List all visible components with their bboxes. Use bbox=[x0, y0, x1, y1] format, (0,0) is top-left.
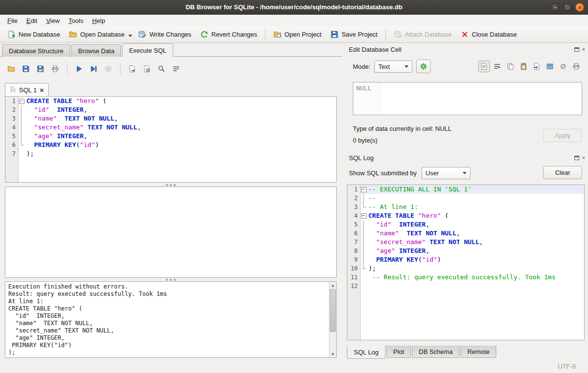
fold-margin bbox=[18, 105, 25, 114]
cell-size-text: 0 byte(s) bbox=[353, 137, 378, 144]
code-line: 10); bbox=[347, 264, 584, 273]
menu-help[interactable]: Help bbox=[88, 16, 110, 25]
splitter-handle[interactable] bbox=[5, 278, 337, 281]
open-project-button[interactable]: Open Project bbox=[269, 28, 326, 41]
word-wrap-icon[interactable] bbox=[491, 61, 503, 72]
sql-tab[interactable]: SQL 1 × bbox=[5, 83, 49, 97]
fold-margin bbox=[360, 238, 367, 247]
new-database-button[interactable]: New Database bbox=[3, 28, 64, 41]
float-panel-icon[interactable] bbox=[574, 156, 579, 160]
save-as-view-button[interactable] bbox=[141, 62, 153, 75]
open-database-dropdown-icon[interactable] bbox=[127, 31, 134, 38]
code-text: "name" TEXT NOT NULL, bbox=[367, 229, 460, 238]
open-sql-file-button[interactable] bbox=[5, 62, 18, 75]
save-project-button[interactable]: Save Project bbox=[326, 28, 382, 41]
paste-icon[interactable] bbox=[518, 61, 529, 72]
results-grid[interactable] bbox=[5, 186, 337, 278]
code-line: 2 "id" INTEGER, bbox=[5, 105, 336, 114]
set-null-icon[interactable] bbox=[557, 61, 569, 72]
fold-marker-icon[interactable] bbox=[360, 185, 367, 194]
tab-remote[interactable]: Remote bbox=[461, 346, 497, 358]
copy-icon[interactable] bbox=[505, 61, 516, 72]
fold-margin bbox=[18, 123, 25, 132]
close-database-label: Close Database bbox=[472, 31, 517, 38]
line-number: 2 bbox=[347, 194, 360, 203]
close-panel-icon[interactable]: × bbox=[582, 155, 585, 160]
output-line: At line 1: bbox=[8, 298, 333, 305]
code-line: 1CREATE TABLE "hero" ( bbox=[5, 97, 336, 105]
close-panel-icon[interactable]: × bbox=[582, 47, 585, 52]
execute-current-line-button[interactable] bbox=[87, 62, 100, 75]
code-text: "id" INTEGER, bbox=[367, 220, 429, 229]
sql-editor[interactable]: 1CREATE TABLE "hero" (2 "id" INTEGER,3 "… bbox=[5, 96, 337, 183]
text-edit-icon[interactable] bbox=[478, 61, 490, 72]
line-number: 6 bbox=[347, 229, 360, 238]
print-icon[interactable] bbox=[570, 61, 582, 72]
write-changes-button[interactable]: Write Changes bbox=[134, 28, 196, 41]
splitter-handle[interactable] bbox=[5, 183, 337, 186]
menu-view[interactable]: View bbox=[41, 16, 64, 25]
mode-select[interactable]: Text bbox=[374, 61, 412, 73]
scroll-down-icon[interactable]: ▼ bbox=[329, 351, 336, 357]
import-icon[interactable] bbox=[531, 61, 543, 72]
fold-margin bbox=[360, 247, 367, 255]
fold-marker-icon[interactable] bbox=[18, 97, 25, 105]
tab-browse-data[interactable]: Browse Data bbox=[71, 44, 121, 57]
maximize-icon[interactable]: □ bbox=[563, 3, 572, 12]
revert-changes-icon bbox=[200, 30, 208, 39]
close-database-button[interactable]: Close Database bbox=[456, 28, 522, 41]
word-wrap-button[interactable] bbox=[170, 62, 182, 75]
output-line: ); bbox=[8, 349, 333, 356]
scroll-thumb[interactable] bbox=[330, 289, 336, 332]
find-replace-button[interactable] bbox=[155, 62, 168, 75]
fold-margin bbox=[360, 273, 367, 282]
fold-marker-icon[interactable] bbox=[360, 211, 367, 220]
execution-output[interactable]: Execution finished without errors.Result… bbox=[5, 281, 337, 358]
menu-edit[interactable]: Edit bbox=[22, 16, 41, 25]
fold-margin bbox=[360, 220, 367, 229]
mode-label: Mode: bbox=[353, 63, 370, 70]
sql-log-view[interactable]: 1-- EXECUTING ALL IN 'SQL 1'2--3-- At li… bbox=[347, 185, 585, 340]
tab-database-structure[interactable]: Database Structure bbox=[2, 44, 70, 57]
line-number: 12 bbox=[347, 282, 360, 290]
code-line: 2-- bbox=[347, 194, 584, 203]
tab-execute-sql[interactable]: Execute SQL bbox=[122, 43, 173, 57]
menu-tools[interactable]: Tools bbox=[64, 16, 87, 25]
stop-execution-button bbox=[102, 62, 115, 75]
line-number: 8 bbox=[347, 247, 360, 255]
cell-editor-textarea[interactable]: NULL bbox=[353, 82, 582, 115]
execute-all-button[interactable] bbox=[73, 62, 85, 75]
float-panel-icon[interactable] bbox=[574, 47, 579, 52]
code-line: 11 -- Result: query executed successfull… bbox=[347, 273, 584, 282]
close-tab-icon[interactable]: × bbox=[40, 87, 43, 94]
sql-tab-bar: SQL 1 × bbox=[5, 83, 49, 97]
close-icon[interactable]: × bbox=[575, 3, 584, 12]
code-line: 6 PRIMARY KEY("id") bbox=[5, 141, 336, 149]
scrollbar[interactable]: ▲ ▼ bbox=[329, 282, 336, 357]
print-button[interactable] bbox=[49, 62, 61, 75]
minimize-icon[interactable]: – bbox=[551, 3, 560, 12]
tab-plot[interactable]: Plot bbox=[386, 346, 411, 358]
code-text: CREATE TABLE "hero" ( bbox=[367, 211, 448, 220]
fold-margin bbox=[18, 149, 25, 158]
scroll-up-icon[interactable]: ▲ bbox=[329, 282, 336, 289]
export-csv-button[interactable] bbox=[126, 62, 139, 75]
tab-db-schema[interactable]: DB Schema bbox=[412, 346, 459, 358]
menu-file[interactable]: File bbox=[3, 16, 22, 25]
code-line: 5 "id" INTEGER, bbox=[347, 220, 584, 229]
titlebar[interactable]: DB Browser for SQLite - /home/user/code/… bbox=[0, 0, 588, 15]
toolbar-separator bbox=[385, 29, 386, 40]
sql-log-filter-select[interactable]: User bbox=[422, 167, 470, 179]
save-sql-file-button[interactable] bbox=[20, 62, 32, 75]
tab-sql-log[interactable]: SQL Log bbox=[347, 346, 385, 359]
code-line: 12 bbox=[347, 282, 584, 290]
clear-button[interactable]: Clear bbox=[543, 166, 582, 179]
save-sql-file-as-button[interactable] bbox=[34, 62, 47, 75]
open-database-button[interactable]: Open Database bbox=[64, 28, 129, 41]
output-line: CREATE TABLE "hero" ( bbox=[8, 305, 333, 312]
fold-margin bbox=[360, 194, 367, 203]
auto-format-button[interactable] bbox=[416, 60, 431, 73]
revert-changes-button[interactable]: Revert Changes bbox=[196, 28, 262, 41]
export-icon[interactable] bbox=[544, 61, 556, 72]
fold-margin bbox=[360, 229, 367, 238]
